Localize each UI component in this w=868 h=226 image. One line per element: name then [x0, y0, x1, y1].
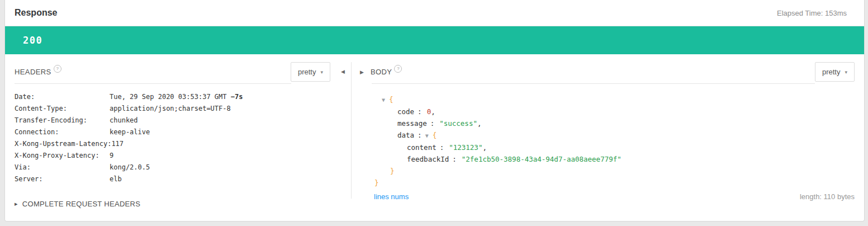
header-row: Connection: keep-alive — [15, 126, 330, 138]
status-code: 200 — [23, 35, 42, 46]
json-line: } — [360, 165, 855, 177]
body-footer: lines nums length: 110 bytes — [360, 192, 855, 201]
json-key: data — [397, 131, 414, 139]
header-row: Content-Type: application/json;charset=U… — [15, 103, 330, 115]
json-close-brace: } — [390, 167, 395, 175]
json-string-value: "2fe1cb50-3898-43a4-94d7-aa08aeee779f" — [462, 155, 622, 163]
header-value: elb — [110, 173, 122, 185]
headers-panel-title: HEADERS — [15, 68, 51, 76]
json-colon: : — [452, 155, 457, 163]
panel-expand-right-icon[interactable]: ▶ — [360, 69, 364, 75]
status-banner: 200 — [5, 26, 864, 54]
header-value: keep-alive — [110, 126, 150, 138]
headers-format-label: pretty — [298, 68, 316, 76]
page-title: Response — [15, 8, 57, 18]
json-string-value: "success" — [439, 119, 477, 128]
headers-panel: HEADERS ? pretty ▾ Date: Tue, 29 Sep 202… — [5, 54, 351, 221]
help-icon[interactable]: ? — [54, 65, 61, 73]
headers-panel-head: HEADERS ? pretty ▾ — [15, 62, 330, 82]
lines-nums-link[interactable]: lines nums — [374, 192, 409, 201]
response-header-bar: Response Elapsed Time: 153ms — [5, 0, 864, 26]
json-comma: , — [482, 143, 487, 152]
caret-down-icon: ▾ — [845, 69, 847, 75]
json-line: content:"123123", — [360, 142, 855, 153]
elapsed-time: Elapsed Time: 153ms — [777, 9, 847, 17]
json-key: code — [397, 107, 414, 116]
complete-request-headers-label: COMPLETE REQUEST HEADERS — [22, 200, 140, 208]
header-row: Via: kong/2.0.5 — [15, 162, 330, 173]
body-format-label: pretty — [822, 68, 841, 76]
json-colon: : — [418, 107, 422, 116]
help-glyph: ? — [397, 66, 399, 71]
response-card: Response Elapsed Time: 153ms 200 HEADERS… — [4, 0, 865, 222]
body-format-dropdown[interactable]: pretty ▾ — [815, 62, 855, 82]
json-open-brace: { — [389, 95, 393, 103]
json-line: data:▼{ — [360, 129, 855, 142]
header-row: X-Kong-Proxy-Latency: 9 — [15, 150, 330, 162]
header-key: Via: — [15, 162, 110, 173]
header-value: Tue, 29 Sep 2020 03:53:37 GMT −7s — [110, 91, 243, 103]
header-key: Transfer-Encoding: — [15, 115, 110, 126]
json-line: feedbackId:"2fe1cb50-3898-43a4-94d7-aa08… — [360, 153, 855, 165]
json-close-brace: } — [374, 178, 379, 187]
json-colon: : — [440, 143, 444, 152]
headers-head-rule — [15, 83, 291, 84]
body-length-label: length: 110 bytes — [800, 192, 855, 201]
header-key: Content-Type: — [15, 103, 110, 115]
header-key: X-Kong-Proxy-Latency: — [15, 150, 110, 162]
json-comma: , — [477, 119, 482, 128]
json-line: message:"success", — [360, 117, 855, 129]
header-row: Transfer-Encoding: chunked — [15, 115, 330, 126]
body-panel-head: ▶ BODY ? pretty ▾ — [360, 62, 855, 82]
response-panels: HEADERS ? pretty ▾ Date: Tue, 29 Sep 202… — [5, 54, 864, 221]
body-head-rule — [372, 83, 815, 84]
json-colon: : — [430, 119, 435, 128]
json-key: feedbackId — [407, 155, 449, 163]
help-glyph: ? — [56, 66, 58, 71]
header-value-text: Tue, 29 Sep 2020 03:53:37 GMT — [110, 93, 231, 101]
json-line: code:0, — [360, 106, 855, 117]
json-colon: : — [418, 131, 422, 139]
json-comma: , — [431, 107, 435, 116]
body-panel-title: BODY — [371, 68, 392, 76]
header-row: X-Kong-Upstream-Latency: 117 — [15, 138, 330, 150]
body-panel: ▶ BODY ? pretty ▾ ▼{ code:0, — [351, 54, 864, 221]
body-title-wrap: BODY ? — [371, 68, 402, 76]
header-value: chunked — [110, 115, 138, 126]
complete-request-headers-toggle[interactable]: ▸ COMPLETE REQUEST HEADERS — [15, 200, 330, 208]
header-value-suffix: −7s — [231, 93, 243, 101]
collapse-icon[interactable]: ▼ — [382, 97, 385, 103]
caret-down-icon: ▾ — [320, 69, 323, 75]
json-key: content — [407, 143, 437, 152]
header-key: Connection: — [15, 126, 110, 138]
json-open-brace: { — [433, 131, 437, 139]
json-string-value: "123123" — [449, 143, 482, 152]
json-line: } — [360, 177, 855, 189]
json-key: message — [397, 119, 427, 128]
headers-format-dropdown[interactable]: pretty ▾ — [291, 62, 330, 82]
json-tree: ▼{ code:0, message:"success", data:▼{ co… — [360, 93, 855, 189]
collapse-icon[interactable]: ▼ — [425, 133, 429, 139]
expand-icon: ▸ — [15, 200, 18, 208]
headers-title-wrap: HEADERS ? — [15, 68, 61, 76]
header-key: X-Kong-Upstream-Latency: — [15, 138, 111, 150]
header-key: Date: — [15, 91, 110, 103]
header-value: application/json;charset=UTF-8 — [110, 103, 231, 115]
header-row: Date: Tue, 29 Sep 2020 03:53:37 GMT −7s — [15, 91, 330, 103]
header-value: 9 — [110, 150, 113, 162]
help-icon[interactable]: ? — [394, 65, 402, 73]
header-row: Server: elb — [15, 173, 330, 185]
header-value: 117 — [111, 138, 124, 150]
panel-collapse-left-icon[interactable]: ◀ — [341, 69, 345, 74]
header-value: kong/2.0.5 — [110, 162, 150, 173]
json-line: ▼{ — [360, 93, 855, 106]
header-key: Server: — [15, 173, 110, 185]
headers-list: Date: Tue, 29 Sep 2020 03:53:37 GMT −7s … — [15, 91, 330, 185]
